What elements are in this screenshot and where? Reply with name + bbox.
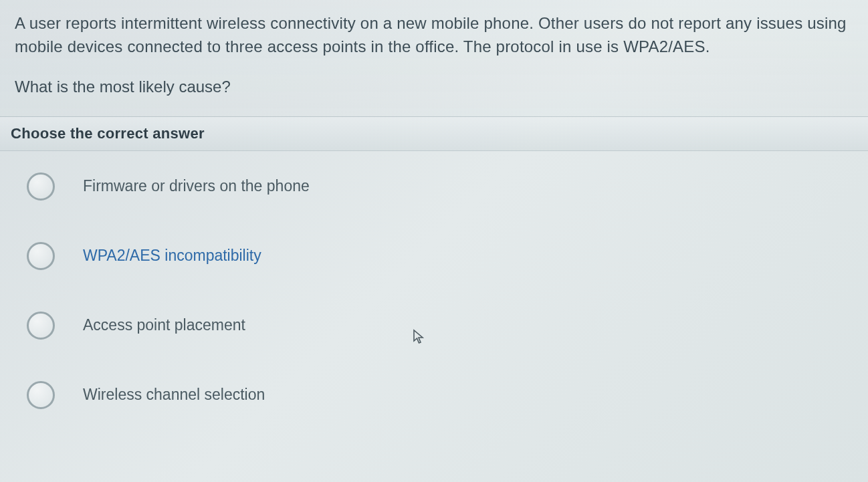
radio-button[interactable] [27,312,55,340]
quiz-container: A user reports intermittent wireless con… [0,0,868,482]
option-row[interactable]: Firmware or drivers on the phone [27,172,853,201]
radio-button[interactable] [27,242,55,270]
option-label[interactable]: WPA2/AES incompatibility [83,247,261,265]
option-row[interactable]: Wireless channel selection [27,381,853,409]
radio-button[interactable] [27,381,55,409]
question-block: A user reports intermittent wireless con… [0,0,868,117]
radio-button[interactable] [27,172,55,201]
option-row[interactable]: Access point placement [27,312,853,340]
option-label[interactable]: Access point placement [83,316,245,334]
options-list: Firmware or drivers on the phone WPA2/AE… [0,151,868,482]
option-row[interactable]: WPA2/AES incompatibility [27,242,853,270]
question-scenario: A user reports intermittent wireless con… [15,12,853,59]
option-label[interactable]: Firmware or drivers on the phone [83,177,310,195]
instruction-bar: Choose the correct answer [0,117,868,151]
option-label[interactable]: Wireless channel selection [83,386,265,404]
question-prompt: What is the most likely cause? [15,78,853,96]
